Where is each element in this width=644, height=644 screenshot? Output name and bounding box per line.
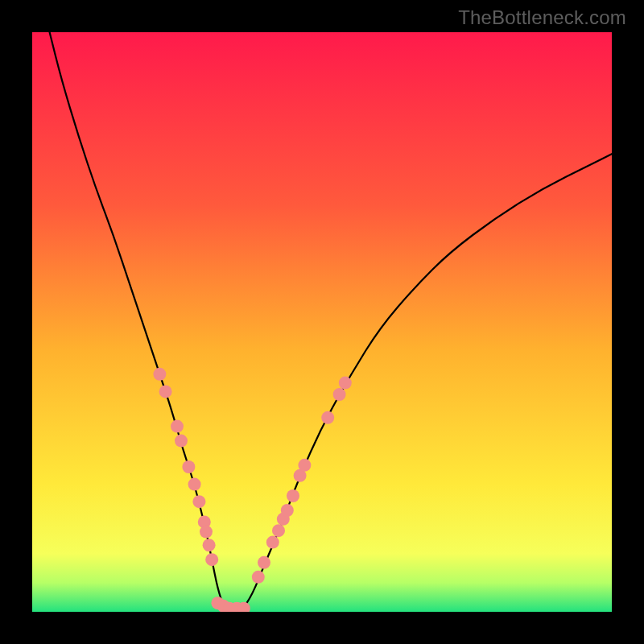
marker-dot [192,495,205,508]
curve-layer [32,32,612,612]
marker-dot [258,556,270,569]
marker-dot [188,478,201,491]
marker-dot [203,539,216,551]
plot-area [32,32,612,612]
marker-dot [205,553,218,566]
marker-dot [182,460,195,473]
marker-dot [333,388,346,401]
marker-dot [200,526,213,539]
marker-dot [171,420,184,433]
marker-dot [298,459,311,472]
marker-dot [175,435,188,448]
marker-dot [272,524,285,537]
marker-dot [252,571,265,584]
marker-dot [159,385,172,398]
chart-stage: TheBottleneck.com [0,0,644,644]
watermark-text: TheBottleneck.com [458,6,626,29]
marker-dot [339,377,352,390]
marker-group [153,368,351,612]
marker-dot [281,504,294,517]
marker-dot [321,411,334,424]
marker-dot [153,368,166,381]
bottleneck-curve [50,32,612,612]
marker-dot [266,536,279,549]
marker-dot [287,489,299,502]
